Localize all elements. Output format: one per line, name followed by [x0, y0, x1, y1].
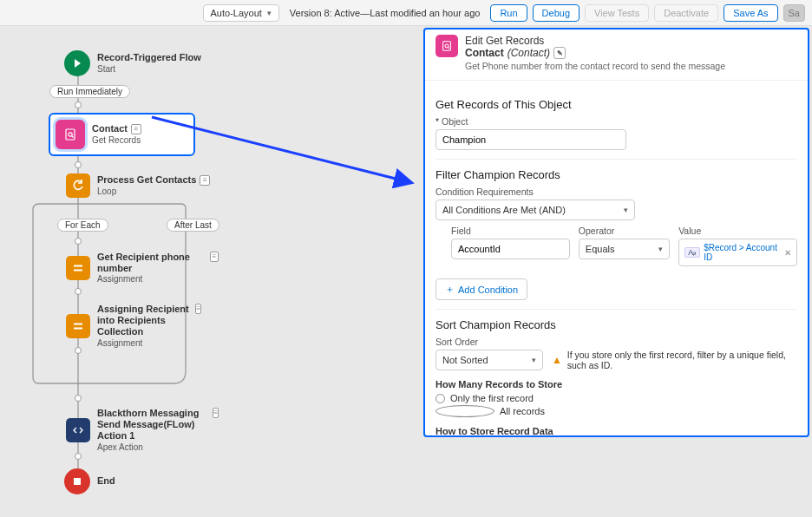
- run-immediately-pill[interactable]: Run Immediately: [49, 85, 130, 98]
- node-apex-title: Blackthorn Messaging Send Message(FLow) …: [97, 408, 209, 442]
- assignment-icon: [66, 314, 90, 338]
- node-contact-sub: Get Records: [92, 135, 141, 146]
- node-end[interactable]: End: [64, 468, 115, 494]
- node-assigning-title: Assigning Recipient into Recipients Coll…: [97, 304, 192, 338]
- filter-section-title: Filter Champion Records: [435, 168, 797, 181]
- chevron-down-icon: ▾: [532, 356, 536, 364]
- object-section-title: Get Records of This Object: [435, 98, 797, 111]
- node-start-title: Record-Triggered Flow: [97, 52, 201, 63]
- for-each-pill: For Each: [57, 219, 108, 232]
- node-end-title: End: [97, 475, 115, 487]
- node-loop[interactable]: Process Get Contacts ≡ Loop: [66, 173, 210, 198]
- debug-button[interactable]: Debug: [533, 4, 580, 22]
- note-icon[interactable]: ≡: [195, 304, 201, 314]
- loop-icon: [66, 173, 90, 198]
- panel-header: Edit Get Records Contact (Contact) ✎ Get…: [425, 29, 808, 81]
- note-icon[interactable]: ≡: [200, 175, 210, 186]
- layout-selector-label: Auto-Layout: [211, 8, 262, 18]
- after-last-pill: After Last: [167, 219, 219, 232]
- add-element-circle-5[interactable]: [75, 347, 82, 354]
- svg-rect-4: [74, 323, 82, 324]
- radio-all-records[interactable]: All records: [435, 405, 797, 417]
- node-recipient[interactable]: Get Recipient phone number ≡ Assignment: [66, 252, 219, 285]
- add-condition-label: Add Condition: [458, 285, 518, 295]
- add-element-circle[interactable]: [75, 101, 82, 108]
- field-input[interactable]: [451, 239, 570, 259]
- sort-warning-text: If you store only the first record, filt…: [567, 350, 797, 370]
- operator-value: Equals: [586, 244, 615, 254]
- radio-icon: [435, 405, 494, 417]
- operator-select[interactable]: Equals ▾: [579, 239, 670, 259]
- run-button[interactable]: Run: [490, 4, 527, 22]
- node-contact[interactable]: Contact ≡ Get Records: [49, 113, 195, 156]
- sort-order-select[interactable]: Not Sorted ▾: [435, 350, 543, 370]
- object-label: Object: [435, 116, 797, 127]
- edit-icon[interactable]: ✎: [553, 47, 566, 59]
- top-toolbar: Auto-Layout ▾ Version 8: Active—Last mod…: [0, 0, 812, 26]
- save-button[interactable]: Sa: [783, 4, 805, 22]
- condition-req-label: Condition Requirements: [435, 187, 797, 197]
- sort-section-title: Sort Champion Records: [435, 318, 797, 331]
- svg-rect-3: [74, 270, 82, 272]
- node-loop-title: Process Get Contacts: [97, 174, 196, 186]
- get-records-icon: [56, 120, 85, 149]
- clear-value-icon[interactable]: ✕: [784, 248, 791, 258]
- node-apex-sub: Apex Action: [97, 442, 219, 453]
- panel-subtitle-paren: (Contact): [508, 47, 550, 59]
- panel-title: Edit Get Records: [465, 35, 725, 47]
- flow-canvas[interactable]: Record-Triggered Flow Start Run Immediat…: [0, 26, 421, 517]
- condition-req-value: All Conditions Are Met (AND): [442, 205, 566, 215]
- panel-description: Get Phone number from the contact record…: [465, 61, 725, 71]
- node-loop-sub: Loop: [97, 187, 210, 197]
- layout-selector[interactable]: Auto-Layout ▾: [203, 4, 279, 22]
- condition-req-select[interactable]: All Conditions Are Met (AND) ▾: [435, 200, 635, 220]
- formula-badge-icon: Aᵦ: [684, 247, 700, 258]
- svg-rect-0: [66, 129, 75, 140]
- add-element-circle-3[interactable]: [75, 238, 82, 245]
- note-icon[interactable]: ≡: [213, 408, 219, 418]
- sort-order-label: Sort Order: [435, 337, 797, 347]
- value-label: Value: [678, 226, 797, 236]
- node-contact-title: Contact: [92, 123, 128, 134]
- note-icon[interactable]: ≡: [210, 252, 219, 262]
- radio-label: Only the first record: [450, 393, 534, 403]
- play-icon: [64, 50, 90, 76]
- node-assigning-sub: Assignment: [97, 338, 201, 349]
- chevron-down-icon: ▾: [267, 9, 272, 17]
- add-element-circle-4[interactable]: [75, 288, 82, 295]
- node-recipient-title: Get Recipient phone number: [97, 252, 206, 274]
- radio-first-record[interactable]: Only the first record: [435, 393, 797, 403]
- assignment-icon: [66, 256, 90, 280]
- view-tests-button: View Tests: [585, 4, 649, 22]
- operator-label: Operator: [579, 226, 670, 236]
- svg-rect-8: [443, 42, 451, 51]
- field-label: Field: [451, 226, 570, 236]
- version-text: Version 8: Active—Last modified an hour …: [285, 8, 486, 18]
- node-start[interactable]: Record-Triggered Flow Start: [64, 50, 201, 76]
- svg-rect-5: [74, 327, 82, 329]
- get-records-icon: [435, 35, 458, 57]
- sort-order-value: Not Sorted: [442, 355, 488, 365]
- node-assigning[interactable]: Assigning Recipient into Recipients Coll…: [66, 304, 201, 349]
- how-store-heading: How to Store Record Data: [435, 426, 797, 436]
- node-start-sub: Start: [97, 64, 201, 75]
- warning-icon: ▲: [552, 354, 562, 366]
- chevron-down-icon: ▾: [658, 245, 663, 253]
- object-input[interactable]: [435, 129, 626, 150]
- add-element-circle-7[interactable]: [75, 453, 82, 460]
- radio-label: All records: [500, 406, 545, 416]
- add-condition-button[interactable]: ＋ Add Condition: [435, 278, 527, 300]
- value-input[interactable]: Aᵦ $Record > Account ID ✕: [678, 239, 797, 266]
- plus-icon: ＋: [445, 283, 455, 296]
- apex-action-icon: [66, 418, 90, 442]
- deactivate-button: Deactivate: [654, 4, 718, 22]
- end-icon: [64, 468, 90, 494]
- add-element-circle-6[interactable]: [75, 395, 82, 402]
- node-apex[interactable]: Blackthorn Messaging Send Message(FLow) …: [66, 408, 219, 453]
- save-as-button[interactable]: Save As: [724, 4, 777, 22]
- add-element-circle-2[interactable]: [75, 161, 82, 168]
- note-icon[interactable]: ≡: [131, 124, 141, 134]
- svg-rect-2: [74, 265, 82, 267]
- properties-panel: Edit Get Records Contact (Contact) ✎ Get…: [423, 28, 809, 437]
- node-recipient-sub: Assignment: [97, 274, 219, 285]
